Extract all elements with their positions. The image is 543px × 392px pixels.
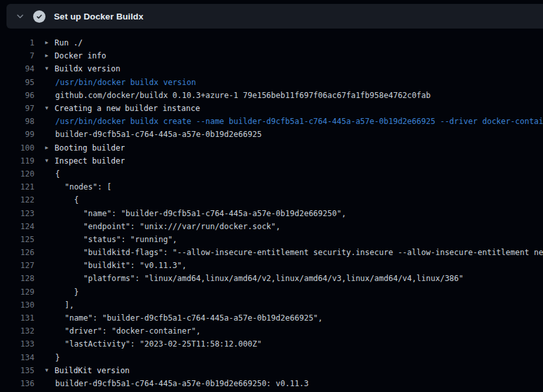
line-number[interactable]: 97 — [0, 104, 34, 113]
group-toggle-arrow-icon[interactable]: ▼ — [44, 66, 50, 71]
log-line: 131 "name": "builder-d9cfb5a1-c764-445a-… — [0, 312, 543, 325]
log-group-line[interactable]: 7 ▶ Docker info — [0, 49, 543, 62]
line-text: Booting builder — [55, 143, 125, 153]
line-text: { — [55, 195, 79, 204]
log-group-line[interactable]: 97 ▼ Creating a new builder instance — [0, 102, 543, 115]
log-line: 129 } — [0, 286, 543, 299]
group-toggle-arrow-icon[interactable]: ▶ — [44, 40, 50, 45]
line-text: "name": "builder-d9cfb5a1-c764-445a-a57e… — [55, 209, 346, 218]
line-text: Run ./ — [55, 38, 82, 47]
log-line: 121 "nodes": [ — [0, 180, 543, 193]
group-toggle-arrow-icon[interactable]: ▼ — [44, 368, 50, 373]
line-number[interactable]: 100 — [0, 143, 34, 153]
log-line: 124 "endpoint": "unix:///var/run/docker.… — [0, 220, 543, 233]
log-line: 122 { — [0, 193, 543, 206]
line-number[interactable]: 132 — [0, 326, 34, 336]
log-line: 99 builder-d9cfb5a1-c764-445a-a57e-0b19d… — [0, 128, 543, 141]
line-number[interactable]: 125 — [0, 235, 34, 244]
line-text: /usr/bin/docker buildx create --name bui… — [55, 117, 543, 126]
line-number[interactable]: 119 — [0, 156, 34, 165]
line-number[interactable]: 121 — [0, 182, 34, 191]
step-title: Set up Docker Buildx — [54, 12, 144, 21]
log-line: 120 { — [0, 167, 543, 180]
line-text: Docker info — [55, 51, 106, 60]
line-number[interactable]: 136 — [0, 379, 34, 388]
check-circle-icon — [33, 10, 45, 23]
line-text: "status": "running", — [55, 235, 177, 244]
chevron-down-icon[interactable] — [12, 8, 29, 25]
step-header[interactable]: Set up Docker Buildx — [6, 4, 543, 29]
line-number[interactable]: 126 — [0, 248, 34, 257]
group-toggle-arrow-icon[interactable]: ▼ — [44, 158, 50, 164]
log-line: 134 } — [0, 351, 543, 364]
line-number[interactable]: 130 — [0, 300, 34, 310]
log-line: 136 builder-d9cfb5a1-c764-445a-a57e-0b19… — [0, 377, 543, 390]
line-number[interactable]: 94 — [0, 64, 34, 73]
line-number[interactable]: 98 — [0, 117, 34, 126]
line-text: "driver": "docker-container", — [55, 326, 201, 336]
line-number[interactable]: 127 — [0, 261, 34, 270]
line-text: "buildkitd-flags": "--allow-insecure-ent… — [55, 248, 543, 257]
line-text: ], — [55, 300, 74, 310]
log-line: 125 "status": "running", — [0, 233, 543, 246]
group-toggle-arrow-icon[interactable]: ▼ — [44, 106, 50, 111]
line-text: } — [55, 353, 60, 362]
line-text: BuildKit version — [55, 366, 130, 375]
line-text: "platforms": "linux/amd64,linux/amd64/v2… — [55, 274, 464, 283]
line-number[interactable]: 131 — [0, 313, 34, 323]
log-group-line[interactable]: 119 ▼ Inspect builder — [0, 154, 543, 167]
line-number[interactable]: 134 — [0, 353, 34, 362]
log-line: 95 /usr/bin/docker buildx version — [0, 76, 543, 89]
line-text: Buildx version — [55, 64, 120, 73]
line-number[interactable]: 135 — [0, 366, 34, 375]
log-line: 127 "buildkit": "v0.11.3", — [0, 259, 543, 272]
log-line: 123 "name": "builder-d9cfb5a1-c764-445a-… — [0, 206, 543, 219]
line-number[interactable]: 123 — [0, 209, 34, 218]
line-number[interactable]: 1 — [0, 38, 34, 47]
log-group-line[interactable]: 135 ▼ BuildKit version — [0, 364, 543, 377]
line-text: "name": "builder-d9cfb5a1-c764-445a-a57e… — [55, 313, 323, 323]
line-text: builder-d9cfb5a1-c764-445a-a57e-0b19d2e6… — [55, 379, 309, 388]
line-number[interactable]: 128 — [0, 274, 34, 283]
line-number[interactable]: 129 — [0, 288, 34, 297]
log-group-line[interactable]: 1 ▶ Run ./ — [0, 36, 543, 49]
line-number[interactable]: 96 — [0, 91, 34, 100]
line-text: "buildkit": "v0.11.3", — [55, 261, 186, 270]
line-number[interactable]: 99 — [0, 130, 34, 139]
log-line: 96 github.com/docker/buildx 0.10.3+azure… — [0, 89, 543, 102]
line-text: Creating a new builder instance — [55, 104, 200, 113]
log-output: 1 ▶ Run ./ 7 ▶ Docker info 94 ▼ Buildx v… — [0, 36, 543, 390]
line-number[interactable]: 7 — [0, 51, 34, 60]
line-text: "nodes": [ — [55, 182, 112, 191]
line-text: { — [55, 169, 60, 178]
line-number[interactable]: 133 — [0, 339, 34, 349]
group-toggle-arrow-icon[interactable]: ▶ — [44, 53, 50, 58]
line-number[interactable]: 124 — [0, 222, 34, 231]
log-group-line[interactable]: 94 ▼ Buildx version — [0, 62, 543, 75]
group-toggle-arrow-icon[interactable]: ▶ — [44, 145, 50, 151]
line-text: } — [55, 288, 79, 297]
line-number[interactable]: 120 — [0, 169, 34, 178]
log-line: 133 "lastActivity": "2023-02-25T11:58:12… — [0, 337, 543, 350]
log-line: 126 "buildkitd-flags": "--allow-insecure… — [0, 246, 543, 259]
log-line: 128 "platforms": "linux/amd64,linux/amd6… — [0, 272, 543, 285]
line-text: Inspect builder — [55, 156, 125, 165]
line-number[interactable]: 95 — [0, 78, 34, 87]
log-line: 98 /usr/bin/docker buildx create --name … — [0, 115, 543, 128]
log-line: 132 "driver": "docker-container", — [0, 325, 543, 337]
line-text: /usr/bin/docker buildx version — [55, 78, 196, 87]
log-line: 130 ], — [0, 299, 543, 312]
log-group-line[interactable]: 100 ▶ Booting builder — [0, 141, 543, 154]
line-text: github.com/docker/buildx 0.10.3+azure-1 … — [55, 91, 431, 100]
line-number[interactable]: 122 — [0, 195, 34, 204]
line-text: "endpoint": "unix:///var/run/docker.sock… — [55, 222, 281, 231]
line-text: "lastActivity": "2023-02-25T11:58:12.000… — [55, 339, 262, 349]
line-text: builder-d9cfb5a1-c764-445a-a57e-0b19d2e6… — [55, 130, 262, 139]
